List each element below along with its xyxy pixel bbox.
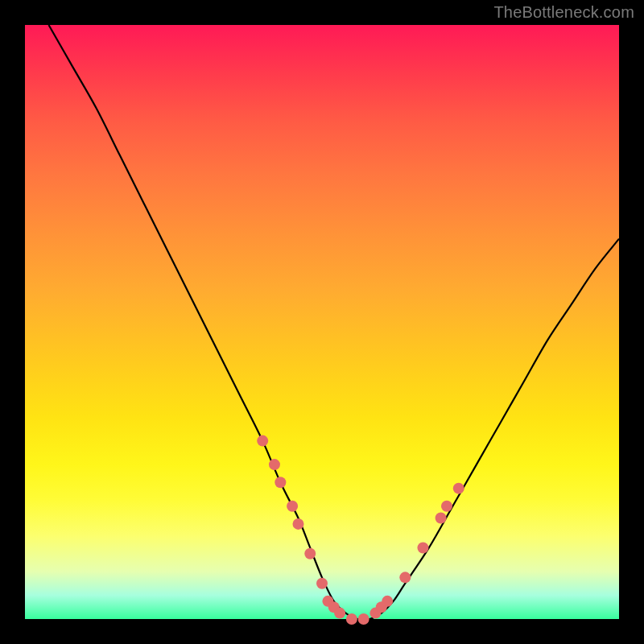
marker-dot (304, 548, 316, 559)
marker-dot (287, 501, 298, 512)
plot-area (25, 25, 619, 619)
marker-dot (436, 513, 447, 524)
marker-group (257, 436, 464, 625)
marker-dot (399, 572, 411, 583)
marker-dot (316, 578, 328, 589)
marker-dot (346, 613, 357, 625)
marker-dot (358, 613, 369, 625)
marker-dot (257, 436, 268, 447)
marker-dot (292, 518, 303, 530)
marker-dot (453, 483, 464, 494)
marker-dot (382, 596, 393, 607)
marker-dot (269, 459, 280, 470)
marker-dot (334, 608, 345, 619)
attribution-label: TheBottleneck.com (493, 3, 634, 22)
marker-dot (417, 542, 428, 553)
chart-svg (25, 25, 619, 619)
marker-dot (441, 501, 452, 512)
chart-frame: TheBottleneck.com (0, 0, 644, 644)
curve-path (49, 25, 619, 620)
marker-dot (275, 477, 286, 488)
